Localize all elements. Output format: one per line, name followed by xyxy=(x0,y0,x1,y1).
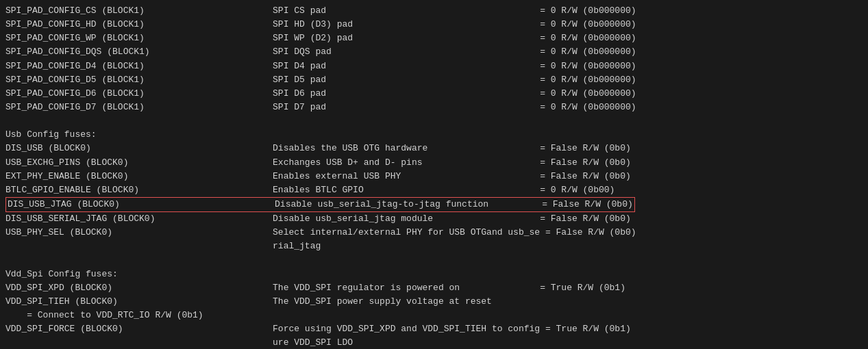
line-spi-d7: SPI_PAD_CONFIG_D7 (BLOCK1) SPI D7 pad = … xyxy=(5,102,636,112)
line-spi-d4: SPI_PAD_CONFIG_D4 (BLOCK1) SPI D4 pad = … xyxy=(5,61,636,71)
line-vdd-spi-tieh-val: = Connect to VDD_RTC_IO R/W (0b1) xyxy=(5,310,203,320)
line-dis-usb-serial-jtag: DIS_USB_SERIAL_JTAG (BLOCK0) Disable usb… xyxy=(5,214,631,224)
line-vdd-spi-xpd: VDD_SPI_XPD (BLOCK0) The VDD_SPI regulat… xyxy=(5,283,625,293)
line-spi-dqs: SPI_PAD_CONFIG_DQS (BLOCK1) SPI DQS pad … xyxy=(5,47,636,57)
line-btlc-gpio: BTLC_GPIO_ENABLE (BLOCK0) Enables BTLC G… xyxy=(5,185,615,195)
terminal-content: SPI_PAD_CONFIG_CS (BLOCK1) SPI CS pad = … xyxy=(5,4,863,349)
line-usb-phy-sel: USB_PHY_SEL (BLOCK0) Select internal/ext… xyxy=(5,227,636,237)
usb-config-header: Usb Config fuses: xyxy=(5,129,97,140)
line-ext-phy: EXT_PHY_ENABLE (BLOCK0) Enables external… xyxy=(5,171,631,181)
line-usb-exchg: USB_EXCHG_PINS (BLOCK0) Exchanges USB D+… xyxy=(5,157,631,168)
line-spi-d5: SPI_PAD_CONFIG_D5 (BLOCK1) SPI D5 pad = … xyxy=(5,75,636,85)
line-dis-usb-jtag: DIS_USB_JTAG (BLOCK0) Disable usb_serial… xyxy=(5,197,635,212)
vdd-spi-header: Vdd_Spi Config fuses: xyxy=(5,269,118,279)
line-dis-usb: DIS_USB (BLOCK0) Disables the USB OTG ha… xyxy=(5,143,631,153)
line-vdd-spi-force: VDD_SPI_FORCE (BLOCK0) Force using VDD_S… xyxy=(5,324,631,334)
line-vdd-spi-tieh: VDD_SPI_TIEH (BLOCK0) The VDD_SPI power … xyxy=(5,296,492,307)
line-spi-cs: SPI_PAD_CONFIG_CS (BLOCK1) SPI CS pad = … xyxy=(5,5,636,16)
line-spi-hd: SPI_PAD_CONFIG_HD (BLOCK1) SPI HD (D3) p… xyxy=(5,19,636,29)
line-vdd-spi-force-cont: ure VDD_SPI LDO xyxy=(5,337,353,348)
line-usb-phy-sel-cont: rial_jtag xyxy=(5,241,321,251)
line-spi-wp: SPI_PAD_CONFIG_WP (BLOCK1) SPI WP (D2) p… xyxy=(5,33,636,43)
terminal-window: SPI_PAD_CONFIG_CS (BLOCK1) SPI CS pad = … xyxy=(0,0,868,349)
line-spi-d6: SPI_PAD_CONFIG_D6 (BLOCK1) SPI D6 pad = … xyxy=(5,88,636,99)
